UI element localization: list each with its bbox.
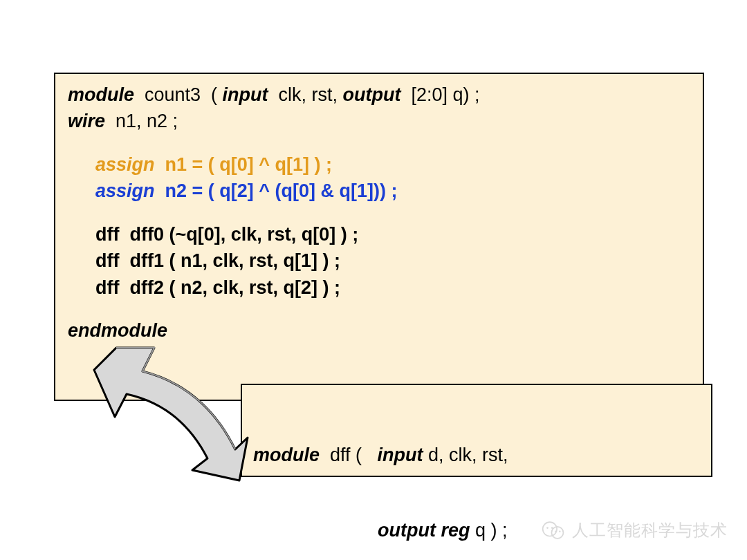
- svg-point-3: [551, 527, 553, 529]
- code-line-6: dff dff1 ( n1, clk, rst, q[1] ) ;: [68, 248, 690, 273]
- code-line-8: endmodule: [68, 318, 690, 343]
- txt: clk, rst,: [268, 84, 343, 105]
- code-line-7: dff dff2 ( n2, clk, rst, q[2] ) ;: [68, 275, 690, 300]
- wechat-icon: [542, 519, 565, 542]
- kw-assign-orange: assign: [95, 154, 155, 175]
- svg-point-2: [546, 527, 548, 529]
- code-line-4: assign n2 = ( q[2] ^ (q[0] & q[1])) ;: [68, 178, 690, 203]
- kw-input: input: [378, 445, 423, 465]
- txt: dff (: [320, 445, 378, 465]
- kw-module: module: [253, 445, 320, 465]
- code-line-3: assign n1 = ( q[0] ^ q[1] ) ;: [68, 152, 690, 177]
- watermark: 人工智能科学与技术: [542, 519, 728, 542]
- pad: [253, 520, 378, 541]
- code-line-5: dff dff0 (~q[0], clk, rst, q[0] ) ;: [68, 222, 690, 247]
- kw-output: output: [343, 84, 401, 105]
- svg-point-5: [559, 531, 560, 532]
- txt-blue: n2 = ( q[2] ^ (q[0] & q[1])) ;: [155, 180, 398, 201]
- kw-input: input: [223, 84, 268, 105]
- svg-point-1: [551, 527, 563, 539]
- txt: [2:0] q) ;: [401, 84, 480, 105]
- svg-point-0: [543, 522, 557, 536]
- blank-line: [68, 301, 690, 318]
- txt: n1, n2 ;: [105, 111, 178, 131]
- dff-line-1: module dff ( input d, clk, rst,: [253, 442, 700, 467]
- blank-line: [68, 205, 690, 222]
- slide-stage: module count3 ( input clk, rst, output […: [0, 0, 747, 560]
- blank-line: [68, 136, 690, 152]
- watermark-text: 人工智能科学与技术: [572, 519, 728, 541]
- txt: q ) ;: [470, 520, 508, 541]
- code-line-2: wire n1, n2 ;: [68, 109, 690, 133]
- txt: count3 (: [134, 84, 223, 105]
- code-box-dff: module dff ( input d, clk, rst, output r…: [241, 384, 712, 477]
- txt-orange: n1 = ( q[0] ^ q[1] ) ;: [155, 154, 333, 175]
- kw-module: module: [68, 84, 134, 105]
- code-line-1: module count3 ( input clk, rst, output […: [68, 82, 690, 107]
- txt: d, clk, rst,: [423, 445, 508, 465]
- code-box-main: module count3 ( input clk, rst, output […: [54, 73, 704, 401]
- kw-assign-blue: assign: [95, 180, 155, 201]
- kw-wire: wire: [68, 111, 105, 131]
- kw-output-reg: output reg: [378, 520, 470, 541]
- svg-point-4: [555, 531, 556, 532]
